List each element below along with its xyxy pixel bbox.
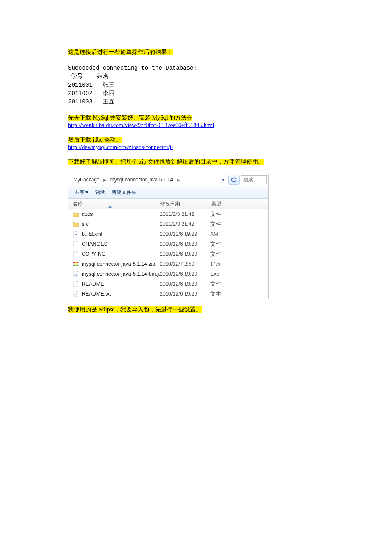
file-row[interactable]: mysql-connector-java-5.1.14-bin.jar2010/… xyxy=(68,269,268,279)
file-name: docs xyxy=(82,211,93,217)
file-name: CHANGES xyxy=(82,241,107,247)
chevron-right-icon: ▶ xyxy=(102,178,107,182)
file-row[interactable]: README.txt2010/12/6 19:29文本 xyxy=(68,289,268,299)
file-name: README.txt xyxy=(82,291,111,297)
step1-text: 先去下载 MySql 并安装好。安装 MySql 的方法在 xyxy=(68,115,192,121)
txt-icon xyxy=(73,291,79,297)
file-row[interactable]: CHANGES2010/12/6 19:29文件 xyxy=(68,239,268,249)
burn-label: 刻录 xyxy=(95,189,105,196)
file-type: 文件 xyxy=(210,211,268,218)
burn-button[interactable]: 刻录 xyxy=(95,189,105,196)
file-date: 2010/12/6 19:29 xyxy=(160,271,210,277)
file-name: src xyxy=(82,221,89,227)
column-headers: 名称 修改日期 类型 xyxy=(68,199,268,209)
file-row[interactable]: README2010/12/6 19:29文件 xyxy=(68,279,268,289)
blank-icon xyxy=(73,251,79,257)
step3-text: 下载好了解压即可。把那个 zip 文件也放到解压后的目录中，方便管理使用。 xyxy=(68,159,264,165)
breadcrumbs[interactable]: MyPackage ▶ mysql-connector-java-5.1.14 … xyxy=(68,176,219,183)
file-row[interactable]: build.xml2010/12/6 19:29XM xyxy=(68,229,268,239)
file-type: Exe xyxy=(210,271,268,277)
file-type: 文本 xyxy=(210,291,268,298)
folder-icon xyxy=(73,211,79,218)
breadcrumb-item[interactable]: mysql-connector-java-5.1.14 xyxy=(109,176,175,183)
file-date: 2010/12/6 19:29 xyxy=(160,291,210,297)
file-type: XM xyxy=(210,231,268,237)
share-label: 共享 xyxy=(75,189,85,196)
console-output: Succeeded connecting to the Database! 学号… xyxy=(68,64,338,106)
toolbar-divider xyxy=(68,188,68,196)
blank-icon xyxy=(73,241,79,247)
step4-text: 我使用的是 eclipse，我要导入包，先进行一些设置。 xyxy=(68,306,202,313)
file-type: 文件 xyxy=(210,251,268,258)
file-date: 2010/12/6 19:29 xyxy=(160,251,210,257)
file-type: 文件 xyxy=(210,221,268,228)
folder-icon xyxy=(73,221,79,227)
header-modified[interactable]: 修改日期 xyxy=(160,200,211,208)
explorer-window: MyPackage ▶ mysql-connector-java-5.1.14 … xyxy=(68,174,269,299)
file-type: 好压 xyxy=(210,261,268,268)
refresh-icon xyxy=(231,177,236,182)
header-type[interactable]: 类型 xyxy=(211,200,268,208)
search-box[interactable]: 搜索 xyxy=(241,175,267,184)
file-name: COPYING xyxy=(82,251,106,257)
file-row[interactable]: docs2011/2/3 21:42文件 xyxy=(68,209,268,219)
file-name: build.xml xyxy=(82,231,102,237)
chevron-right-icon: ▶ xyxy=(176,178,181,182)
file-date: 2011/2/3 21:42 xyxy=(160,221,210,227)
blank-icon xyxy=(73,281,79,287)
file-row[interactable]: COPYING2010/12/6 19:29文件 xyxy=(68,249,268,259)
refresh-button[interactable] xyxy=(228,175,240,185)
share-menu[interactable]: 共享 xyxy=(75,189,88,196)
file-list: docs2011/2/3 21:42文件src2011/2/3 21:42文件b… xyxy=(68,209,268,299)
zip-icon xyxy=(73,261,79,267)
file-date: 2010/12/6 19:29 xyxy=(160,241,210,247)
file-date: 2010/12/6 19:29 xyxy=(160,231,210,237)
address-dropdown[interactable] xyxy=(219,176,227,183)
chevron-down-icon xyxy=(85,191,88,193)
breadcrumb-item[interactable]: MyPackage xyxy=(72,176,101,183)
header-name[interactable]: 名称 xyxy=(68,200,160,208)
step1-link[interactable]: http://wenku.baidu.com/view/9cc0fcc76137… xyxy=(68,122,214,128)
step2-text: 然后下载 jdbc 驱动。 xyxy=(68,137,122,143)
file-date: 2011/2/3 21:42 xyxy=(160,211,210,217)
jar-icon xyxy=(73,271,79,277)
address-bar: MyPackage ▶ mysql-connector-java-5.1.14 … xyxy=(68,174,268,186)
file-row[interactable]: mysql-connector-java-5.1.14.zip2010/12/7… xyxy=(68,259,268,269)
xml-icon xyxy=(73,231,79,237)
file-name: mysql-connector-java-5.1.14.zip xyxy=(82,261,155,267)
file-row[interactable]: src2011/2/3 21:42文件 xyxy=(68,219,268,229)
file-date: 2010/12/6 19:29 xyxy=(160,281,210,287)
file-name: mysql-connector-java-5.1.14-bin.jar xyxy=(82,271,160,277)
toolbar: 共享 刻录 新建文件夹 xyxy=(68,186,268,199)
new-folder-button[interactable]: 新建文件夹 xyxy=(112,189,136,196)
file-date: 2010/12/7 2:50 xyxy=(160,261,210,267)
file-name: README xyxy=(82,281,104,287)
file-type: 文件 xyxy=(210,281,268,288)
new-folder-label: 新建文件夹 xyxy=(112,189,136,196)
search-placeholder: 搜索 xyxy=(243,176,253,183)
step2-link[interactable]: http://dev.mysql.com/downloads/connector… xyxy=(68,144,173,150)
intro-text: 这是连接后进行一些简单操作后的结果： xyxy=(68,49,173,55)
sort-asc-icon xyxy=(108,203,112,209)
file-type: 文件 xyxy=(210,241,268,248)
